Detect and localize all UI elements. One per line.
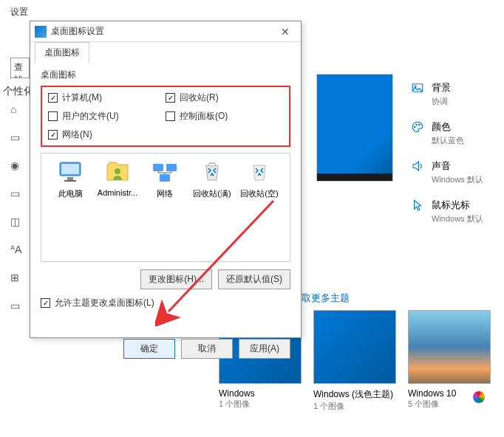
option-cursor[interactable]: 鼠标光标Windows 默认	[411, 199, 483, 224]
svg-point-4	[419, 124, 420, 125]
svg-point-2	[415, 126, 416, 128]
settings-title: 设置	[10, 6, 28, 18]
icon-network[interactable]: 网络	[142, 159, 188, 199]
lock-icon[interactable]: ▭	[10, 187, 22, 199]
theme-item[interactable]: Windows (浅色主题) 1 个图像	[313, 310, 396, 412]
checkbox-allow-themes[interactable]: 允许主题更改桌面图标(L)	[41, 297, 290, 309]
option-background[interactable]: 背景协调	[411, 81, 483, 107]
apply-button[interactable]: 应用(A)	[239, 339, 290, 359]
checkbox-network[interactable]: 网络(N)	[48, 128, 166, 141]
cursor-icon	[411, 199, 424, 212]
svg-rect-11	[166, 164, 177, 171]
speaker-icon	[411, 159, 424, 173]
svg-rect-10	[153, 164, 163, 171]
svg-rect-7	[67, 177, 73, 180]
icon-recycle-full[interactable]: 回收站(满)	[189, 159, 235, 199]
theme-thumbnail	[313, 310, 396, 384]
palette-icon	[411, 120, 424, 134]
icon-recycle-empty[interactable]: 回收站(空)	[236, 159, 282, 199]
svg-point-9	[115, 168, 120, 174]
taskbar-icon[interactable]: ▭	[10, 300, 22, 312]
desktop-icon-settings-dialog: 桌面图标设置 ✕ 桌面图标 桌面图标 计算机(M) 回收站(R) 用户的文件(U…	[30, 21, 302, 338]
wallpaper-preview	[316, 74, 393, 182]
checkbox-control-panel[interactable]: 控制面板(O)	[166, 110, 283, 123]
svg-rect-8	[64, 180, 76, 182]
highlight-annotation: 计算机(M) 回收站(R) 用户的文件(U) 控制面板(O) 网络(N)	[41, 86, 290, 147]
checkbox-user-files[interactable]: 用户的文件(U)	[48, 110, 166, 123]
dialog-title: 桌面图标设置	[51, 25, 274, 38]
more-themes-link[interactable]: 取更多主题	[302, 292, 350, 305]
svg-rect-12	[160, 174, 170, 182]
svg-point-3	[416, 124, 418, 125]
icon-user-folder[interactable]: Administr...	[95, 159, 140, 197]
dialog-icon	[35, 26, 47, 38]
ok-button[interactable]: 确定	[123, 339, 175, 359]
option-sounds[interactable]: 声音Windows 默认	[411, 159, 483, 185]
close-button[interactable]: ✕	[274, 26, 296, 38]
option-colors[interactable]: 颜色默认蓝色	[411, 120, 483, 146]
themes-icon[interactable]: ◫	[10, 216, 22, 227]
fonts-icon[interactable]: ᴬA	[10, 244, 22, 255]
image-icon	[411, 81, 424, 94]
theme-thumbnail	[408, 310, 491, 384]
color-wheel-icon	[473, 391, 485, 403]
svg-rect-6	[61, 164, 79, 174]
home-icon[interactable]: ⌂	[10, 103, 22, 115]
palette-icon[interactable]: ◉	[10, 159, 22, 171]
tab-desktop-icons[interactable]: 桌面图标	[35, 42, 89, 63]
group-label: 桌面图标	[41, 69, 290, 81]
svg-point-13	[208, 163, 216, 166]
start-icon[interactable]: ⊞	[10, 272, 22, 283]
icon-this-pc[interactable]: 此电脑	[47, 159, 93, 199]
search-box[interactable]: 查找	[10, 58, 30, 78]
icon-preview-pane: 此电脑 Administr... 网络 回收站(满) 回收站(空)	[41, 153, 290, 262]
restore-default-button[interactable]: 还原默认值(S)	[218, 269, 290, 289]
image-icon[interactable]: ▭	[10, 131, 22, 143]
change-icon-button[interactable]: 更改图标(H)...	[140, 269, 212, 289]
cancel-button[interactable]: 取消	[181, 339, 233, 359]
checkbox-computer[interactable]: 计算机(M)	[48, 92, 166, 104]
checkbox-recycle-bin[interactable]: 回收站(R)	[166, 92, 283, 104]
